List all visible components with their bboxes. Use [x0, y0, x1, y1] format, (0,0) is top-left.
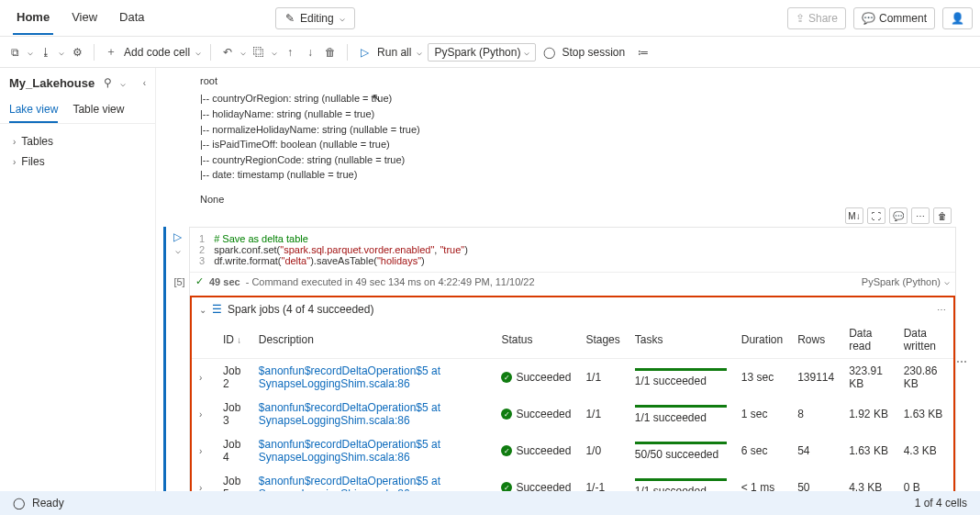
chevron-right-icon[interactable]: › [199, 373, 202, 383]
chevron-down-icon[interactable]: ⌵ [944, 276, 950, 286]
chevron-down-icon[interactable]: ⌵ [175, 245, 181, 255]
out-line: root [200, 73, 963, 89]
format-icon[interactable]: ⧉ [7, 45, 22, 60]
exec-duration: 49 sec [209, 276, 240, 287]
chevron-right-icon[interactable]: › [199, 483, 202, 491]
tasks-progress [635, 442, 727, 444]
chevron-down-icon[interactable]: ⌵ [28, 47, 33, 57]
code-editor[interactable]: 123 # Save as delta table spark.conf.set… [190, 228, 955, 272]
lake-view-tab[interactable]: Lake view [9, 97, 58, 123]
comment-cell-icon[interactable]: 💬 [889, 207, 908, 224]
pin-icon[interactable]: ⚲ [100, 75, 115, 90]
spark-job-row[interactable]: ›Job 2$anonfun$recordDeltaOperation$5 at… [192, 359, 953, 397]
collapse-spark-icon[interactable]: ⌄ [199, 305, 206, 315]
markdown-toggle[interactable]: M↓ [845, 207, 863, 224]
delete-cell-icon[interactable]: 🗑 [933, 207, 952, 224]
tab-home[interactable]: Home [13, 1, 53, 35]
success-icon: ✓ [501, 482, 512, 491]
col-written[interactable]: Data written [896, 321, 953, 359]
spark-job-row[interactable]: ›Job 5$anonfun$recordDeltaOperation$5 at… [192, 469, 953, 491]
kernel-selector[interactable]: PySpark (Python) ⌵ [428, 43, 536, 62]
tab-data[interactable]: Data [116, 1, 148, 35]
people-icon: 👤 [951, 12, 964, 25]
stop-icon[interactable]: ◯ [541, 45, 556, 60]
run-cell-icon[interactable]: ▷ [173, 230, 182, 243]
more-spark-icon[interactable]: ⋯ [937, 305, 946, 315]
out-none: None [200, 192, 963, 207]
move-up-icon[interactable]: ↑ [283, 45, 297, 60]
table-view-tab[interactable]: Table view [72, 97, 124, 123]
job-desc-link[interactable]: $anonfun$recordDeltaOperation$5 at Synap… [259, 475, 440, 491]
run-all-button[interactable]: Run all [377, 46, 411, 59]
download-icon[interactable]: ⭳ [39, 45, 53, 60]
cell-output-more[interactable]: ⋯ [956, 227, 973, 491]
job-desc-link[interactable]: $anonfun$recordDeltaOperation$5 at Synap… [259, 364, 440, 390]
col-status[interactable]: Status [494, 321, 578, 359]
files-node[interactable]: › Files [6, 151, 150, 172]
col-read[interactable]: Data read [841, 321, 896, 359]
comment-button[interactable]: 💬 Comment [853, 7, 935, 29]
divider [210, 44, 211, 61]
job-rows: 139114 [790, 359, 841, 397]
chevron-down-icon: ⌵ [524, 47, 529, 57]
cell-gutter: ▷ ⌵ [163, 227, 189, 491]
chevron-right-icon[interactable]: › [199, 446, 202, 456]
success-icon: ✓ [501, 409, 512, 420]
chevron-right-icon: › [13, 157, 16, 167]
out-line: |-- isPaidTimeOff: boolean (nullable = t… [200, 137, 963, 152]
status-text: Ready [32, 497, 64, 509]
job-read: 1.63 KB [841, 432, 896, 469]
editing-mode-dropdown[interactable]: ✎ Editing ⌵ [275, 7, 355, 29]
job-written: 4.3 KB [896, 432, 953, 469]
chevron-down-icon[interactable]: ⌵ [195, 47, 201, 57]
col-tasks[interactable]: Tasks [628, 321, 734, 359]
delete-icon[interactable]: 🗑 [323, 45, 338, 60]
expand-icon[interactable]: ⛶ [867, 207, 885, 224]
chevron-right-icon[interactable]: › [199, 409, 202, 420]
undo-icon[interactable]: ↶ [220, 45, 235, 60]
more-cell-icon[interactable]: ⋯ [911, 207, 930, 224]
tables-node[interactable]: › Tables [6, 131, 150, 151]
copy-icon[interactable]: ⿻ [251, 45, 266, 60]
chevron-down-icon[interactable]: ⌵ [120, 78, 126, 88]
cell-tools: M↓ ⛶ 💬 ⋯ 🗑 [845, 207, 952, 224]
exec-status-row: [5] ✓ 49 sec - Command executed in 49 se… [190, 272, 955, 290]
job-rows: 8 [790, 396, 841, 432]
divider [94, 44, 95, 61]
kernel-label: PySpark (Python) [434, 46, 520, 59]
collapse-sidebar-icon[interactable]: ‹ [143, 78, 146, 88]
chevron-down-icon[interactable]: ⌵ [240, 47, 246, 57]
exec-lang: PySpark (Python) [862, 276, 941, 287]
add-code-cell-button[interactable]: Add code cell [124, 46, 190, 59]
variables-icon[interactable]: ≔ [636, 45, 651, 60]
settings-icon[interactable]: ⚙ [70, 45, 84, 60]
top-right-actions: ⇪ Share 💬 Comment 👤 [787, 7, 973, 29]
col-stages[interactable]: Stages [578, 321, 627, 359]
col-rows[interactable]: Rows [790, 321, 841, 359]
job-id: Job 3 [216, 396, 251, 432]
chevron-down-icon[interactable]: ⌵ [59, 47, 64, 57]
col-id[interactable]: ID ↓ [216, 321, 251, 359]
move-down-icon[interactable]: ↓ [303, 45, 317, 60]
schema-output: root |-- countryOrRegion: string (nullab… [163, 73, 973, 210]
job-id: Job 4 [216, 432, 251, 469]
job-stages: 1/0 [578, 432, 627, 469]
stop-session-button[interactable]: Stop session [562, 46, 625, 59]
run-icon[interactable]: ▷ [357, 45, 372, 60]
plus-icon[interactable]: ＋ [104, 45, 118, 60]
job-desc-link[interactable]: $anonfun$recordDeltaOperation$5 at Synap… [259, 438, 440, 464]
success-icon: ✓ [501, 372, 512, 383]
spark-header-row: ID ↓ Description Status Stages Tasks Dur… [192, 321, 953, 359]
col-desc[interactable]: Description [251, 321, 495, 359]
job-desc-link[interactable]: $anonfun$recordDeltaOperation$5 at Synap… [259, 401, 440, 427]
spark-job-row[interactable]: ›Job 4$anonfun$recordDeltaOperation$5 at… [192, 432, 953, 469]
col-duration[interactable]: Duration [734, 321, 790, 359]
share-button[interactable]: ⇪ Share [787, 7, 846, 29]
people-button[interactable]: 👤 [942, 7, 973, 29]
spark-job-row[interactable]: ›Job 3$anonfun$recordDeltaOperation$5 at… [192, 396, 953, 432]
job-rows: 50 [790, 469, 841, 491]
share-icon: ⇪ [796, 12, 805, 25]
tab-view[interactable]: View [68, 1, 101, 35]
chevron-down-icon[interactable]: ⌵ [272, 47, 277, 57]
chevron-down-icon[interactable]: ⌵ [417, 47, 422, 57]
